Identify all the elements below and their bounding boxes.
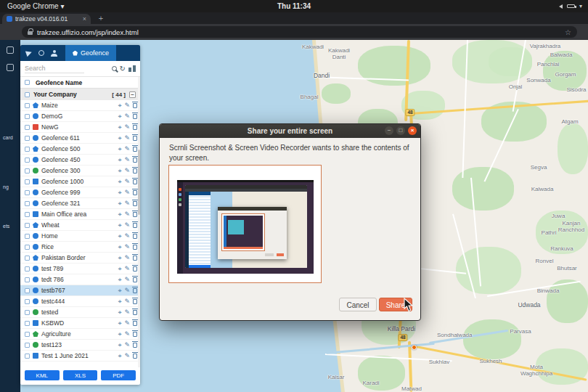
locate-icon[interactable]: ⌖ bbox=[118, 342, 121, 348]
geofence-row[interactable]: Main Office area ⌖ ✎ bbox=[20, 209, 140, 220]
edit-icon[interactable]: ✎ bbox=[124, 102, 130, 109]
geofence-row[interactable]: testb767 ⌖ ✎ bbox=[20, 285, 140, 296]
row-checkbox[interactable] bbox=[25, 223, 30, 228]
geofence-row[interactable]: Geofence 300 ⌖ ✎ bbox=[20, 166, 140, 176]
edit-icon[interactable]: ✎ bbox=[124, 200, 130, 207]
edit-icon[interactable]: ✎ bbox=[124, 179, 130, 185]
locate-icon[interactable]: ⌖ bbox=[118, 146, 121, 152]
locate-icon[interactable]: ⌖ bbox=[118, 255, 121, 261]
edit-icon[interactable]: ✎ bbox=[124, 331, 130, 338]
dialog-titlebar[interactable]: Share your entire screen − □ × bbox=[160, 124, 420, 138]
locate-icon[interactable]: ⌖ bbox=[118, 244, 121, 250]
edit-icon[interactable]: ✎ bbox=[124, 233, 130, 240]
locate-icon[interactable]: ⌖ bbox=[118, 298, 121, 305]
close-icon[interactable]: × bbox=[408, 126, 417, 135]
locate-icon[interactable]: ⌖ bbox=[118, 200, 121, 207]
delete-icon[interactable] bbox=[133, 136, 137, 141]
locate-icon[interactable]: ⌖ bbox=[118, 179, 121, 185]
row-checkbox[interactable] bbox=[25, 136, 30, 141]
row-checkbox[interactable] bbox=[25, 256, 30, 261]
geofence-row[interactable]: Maize ⌖ ✎ bbox=[20, 100, 140, 111]
delete-icon[interactable] bbox=[133, 223, 137, 228]
row-checkbox[interactable] bbox=[25, 277, 30, 282]
screen-preview-option[interactable] bbox=[168, 165, 322, 283]
url-text[interactable]: trakzee.uffizio.com/jsp/index.html bbox=[37, 28, 560, 36]
locate-icon[interactable]: ⌖ bbox=[118, 124, 121, 131]
locate-icon[interactable]: ⌖ bbox=[118, 277, 121, 283]
geofence-row[interactable]: Geofence 321 ⌖ ✎ bbox=[20, 198, 140, 209]
company-checkbox[interactable] bbox=[25, 92, 30, 97]
edit-icon[interactable]: ✎ bbox=[124, 298, 130, 305]
locate-icon[interactable]: ⌖ bbox=[118, 353, 121, 359]
edit-icon[interactable]: ✎ bbox=[124, 146, 130, 152]
geofence-row[interactable]: DemoG ⌖ ✎ bbox=[20, 111, 140, 122]
delete-icon[interactable] bbox=[133, 147, 137, 152]
kml-export-button[interactable]: KML bbox=[25, 370, 60, 380]
locate-icon[interactable]: ⌖ bbox=[118, 320, 121, 327]
row-checkbox[interactable] bbox=[25, 321, 30, 326]
rail-label[interactable]: card bbox=[3, 135, 13, 140]
system-tray[interactable]: ▾ bbox=[559, 0, 582, 12]
collapse-icon[interactable]: − bbox=[129, 91, 136, 98]
geofence-row[interactable]: NewG ⌖ ✎ bbox=[20, 122, 140, 133]
geofence-row[interactable]: Home ⌖ ✎ bbox=[20, 231, 140, 242]
locate-icon[interactable]: ⌖ bbox=[118, 331, 121, 338]
edit-icon[interactable]: ✎ bbox=[124, 157, 130, 163]
tab-close-icon[interactable]: × bbox=[83, 16, 86, 23]
pdf-export-button[interactable]: PDF bbox=[101, 370, 136, 380]
locate-icon[interactable]: ⌖ bbox=[118, 157, 121, 163]
row-checkbox[interactable] bbox=[25, 266, 30, 271]
delete-icon[interactable] bbox=[133, 332, 137, 337]
edit-icon[interactable]: ✎ bbox=[124, 342, 130, 348]
delete-icon[interactable] bbox=[133, 103, 137, 108]
locate-icon[interactable]: ⌖ bbox=[118, 211, 121, 218]
address-bar[interactable]: trakzee.uffizio.com/jsp/index.html ☆ bbox=[22, 26, 577, 38]
edit-icon[interactable]: ✎ bbox=[124, 124, 130, 131]
edit-icon[interactable]: ✎ bbox=[124, 211, 130, 218]
edit-icon[interactable]: ✎ bbox=[124, 287, 130, 294]
xls-export-button[interactable]: XLS bbox=[63, 370, 98, 380]
delete-icon[interactable] bbox=[133, 343, 137, 348]
geofence-row[interactable]: test123 ⌖ ✎ bbox=[20, 340, 140, 351]
geofence-row[interactable]: Geofence 450 ⌖ ✎ bbox=[20, 155, 140, 166]
locate-icon[interactable]: ⌖ bbox=[118, 287, 121, 294]
locate-icon[interactable]: ⌖ bbox=[118, 266, 121, 272]
geofence-row[interactable]: KSBWD ⌖ ✎ bbox=[20, 318, 140, 329]
row-checkbox[interactable] bbox=[25, 245, 30, 250]
geofence-row[interactable]: Geofence 500 ⌖ ✎ bbox=[20, 144, 140, 155]
search-icon[interactable] bbox=[112, 66, 117, 71]
delete-icon[interactable] bbox=[133, 310, 137, 315]
delete-icon[interactable] bbox=[133, 158, 137, 163]
row-checkbox[interactable] bbox=[25, 288, 30, 293]
locate-icon[interactable]: ⌖ bbox=[118, 168, 121, 174]
row-checkbox[interactable] bbox=[25, 299, 30, 304]
edit-icon[interactable]: ✎ bbox=[124, 244, 130, 250]
minimize-icon[interactable]: − bbox=[385, 126, 393, 135]
refresh-icon[interactable]: ↻ bbox=[120, 65, 126, 73]
geofence-row[interactable]: Rice ⌖ ✎ bbox=[20, 242, 140, 253]
edit-icon[interactable]: ✎ bbox=[124, 353, 130, 359]
delete-icon[interactable] bbox=[133, 288, 137, 293]
edit-icon[interactable]: ✎ bbox=[124, 309, 130, 316]
map-orange-marker[interactable] bbox=[412, 345, 417, 350]
geofence-row[interactable]: test 789 ⌖ ✎ bbox=[20, 264, 140, 274]
row-checkbox[interactable] bbox=[25, 125, 30, 130]
delete-icon[interactable] bbox=[133, 114, 137, 119]
bookmark-star-icon[interactable]: ☆ bbox=[565, 28, 571, 36]
row-checkbox[interactable] bbox=[25, 234, 30, 239]
company-group-row[interactable]: Your Company [ 44 ] − bbox=[20, 89, 140, 100]
edit-icon[interactable]: ✎ bbox=[124, 168, 130, 174]
edit-icon[interactable]: ✎ bbox=[124, 135, 130, 142]
locate-icon[interactable]: ⌖ bbox=[118, 113, 121, 120]
locate-icon[interactable]: ⌖ bbox=[118, 189, 121, 196]
row-checkbox[interactable] bbox=[25, 354, 30, 359]
edit-icon[interactable]: ✎ bbox=[124, 255, 130, 261]
delete-icon[interactable] bbox=[133, 179, 137, 184]
geofence-row[interactable]: Pakistan Border ⌖ ✎ bbox=[20, 253, 140, 264]
row-checkbox[interactable] bbox=[25, 190, 30, 195]
delete-icon[interactable] bbox=[133, 354, 137, 359]
locate-icon[interactable]: ⌖ bbox=[118, 222, 121, 229]
edit-icon[interactable]: ✎ bbox=[124, 320, 130, 327]
rail-label[interactable]: ng bbox=[3, 184, 9, 189]
row-checkbox[interactable] bbox=[25, 310, 30, 315]
